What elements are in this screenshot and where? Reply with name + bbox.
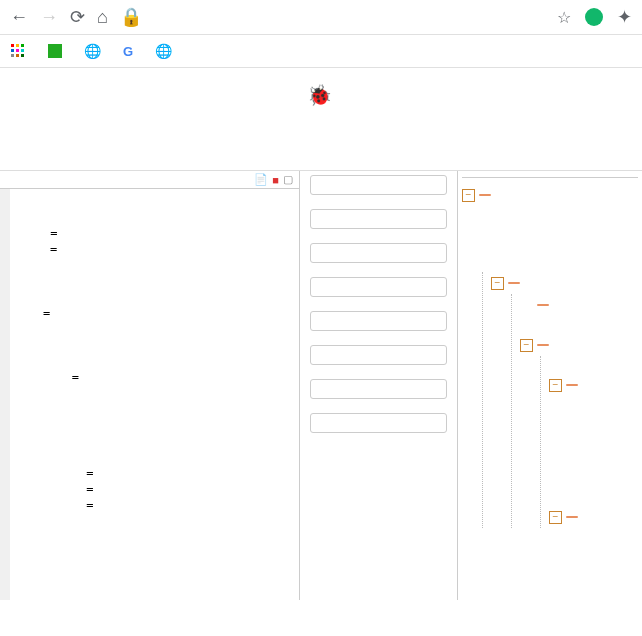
svg-rect-0: [11, 44, 14, 47]
code-editor[interactable]: = = = =: [0, 189, 299, 600]
main-area: 📄 ■ ▢ = = =: [0, 170, 642, 600]
tree-tag-submission[interactable]: [566, 516, 578, 518]
tree-node-title: −: [520, 294, 638, 316]
tree-attr-xmlns: [482, 206, 638, 228]
svg-rect-2: [21, 44, 24, 47]
minify-button[interactable]: [310, 311, 447, 331]
tree-node-head: − −: [491, 272, 638, 528]
collapse-icon[interactable]: −: [491, 277, 504, 290]
bookmark-ugc[interactable]: [48, 44, 68, 58]
expand-icon[interactable]: ▢: [283, 173, 293, 186]
browse-button[interactable]: [310, 209, 447, 229]
top-nav: [0, 118, 642, 154]
code-body[interactable]: = = = =: [10, 189, 299, 600]
tree-panel: − −: [458, 171, 642, 600]
tree-view-button[interactable]: [310, 243, 447, 263]
tree-attr-lang: [482, 250, 638, 272]
bookmark-confirmation[interactable]: 🌐: [84, 43, 107, 59]
address-bar[interactable]: 🔒: [120, 6, 545, 28]
tree-node-html: − −: [462, 184, 638, 528]
bookmarks-bar: 🌐 G 🌐: [0, 35, 642, 68]
svg-rect-3: [11, 49, 14, 52]
svg-rect-5: [21, 49, 24, 52]
ugc-favicon: [48, 44, 62, 58]
globe-icon: 🌐: [84, 43, 101, 59]
actions-column: [300, 171, 458, 600]
svg-rect-4: [16, 49, 19, 52]
tree-node-submission: −: [549, 506, 638, 528]
clear-icon[interactable]: ■: [272, 174, 279, 186]
line-gutter: [0, 189, 10, 600]
collapse-icon[interactable]: −: [549, 379, 562, 392]
tree-node-model: − −: [520, 334, 638, 528]
apps-grid-icon: [10, 43, 26, 59]
lock-icon: 🔒: [120, 6, 142, 28]
tree-tag-head[interactable]: [508, 282, 520, 284]
tree-body: − −: [462, 178, 638, 528]
bookmark-plagiarism[interactable]: G: [123, 44, 139, 59]
tree-tag-model[interactable]: [537, 344, 549, 346]
bookmark-partial[interactable]: 🌐: [155, 43, 178, 59]
site-header: 🐞: [0, 68, 642, 118]
svg-rect-6: [11, 54, 14, 57]
back-icon[interactable]: ←: [10, 7, 28, 28]
xml-input-panel: 📄 ■ ▢ = = =: [0, 171, 300, 600]
tree-tag-title[interactable]: [537, 304, 549, 306]
home-icon[interactable]: ⌂: [97, 7, 108, 28]
globe-icon: 🌐: [155, 43, 172, 59]
google-g-icon: G: [123, 44, 133, 59]
extension-grammarly-icon[interactable]: [585, 8, 603, 26]
svg-rect-8: [21, 54, 24, 57]
forward-icon[interactable]: →: [40, 7, 58, 28]
collapse-icon[interactable]: −: [549, 511, 562, 524]
browser-nav-bar: ← → ⟳ ⌂ 🔒 ☆ ✦: [0, 0, 642, 35]
logo-icon: 🐞: [307, 84, 332, 106]
export-button[interactable]: [310, 379, 447, 399]
svg-rect-7: [16, 54, 19, 57]
reload-icon[interactable]: ⟳: [70, 6, 85, 28]
sample-link[interactable]: 📄: [254, 173, 268, 186]
xml-panel-header: 📄 ■ ▢: [0, 171, 299, 189]
load-url-button[interactable]: [310, 175, 447, 195]
collapse-icon[interactable]: −: [462, 189, 475, 202]
extensions-icon[interactable]: ✦: [617, 6, 632, 28]
svg-rect-1: [16, 44, 19, 47]
tree-tag-html[interactable]: [479, 194, 491, 196]
bookmark-star-icon[interactable]: ☆: [557, 8, 571, 27]
tree-tag-instance[interactable]: [566, 384, 578, 386]
apps-shortcut[interactable]: [10, 43, 32, 59]
tree-attr-xmllang: [482, 228, 638, 250]
download-button[interactable]: [310, 413, 447, 433]
tree-node-instance: −: [549, 374, 638, 396]
xml-to-json-button[interactable]: [310, 345, 447, 365]
collapse-icon[interactable]: −: [520, 339, 533, 352]
signin-row: [0, 154, 642, 170]
beautify-button[interactable]: [310, 277, 447, 297]
